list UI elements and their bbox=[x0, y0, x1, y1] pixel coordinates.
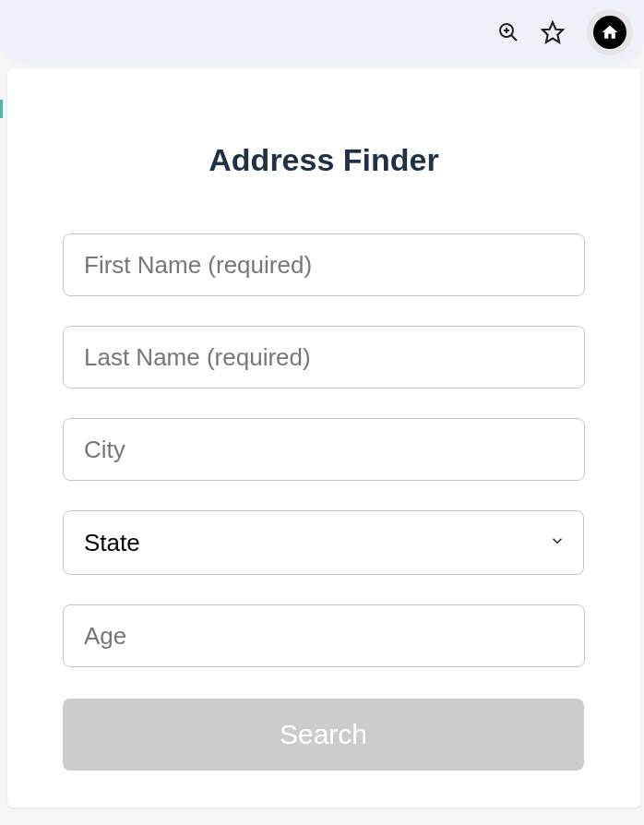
content-panel: Address Finder State Search bbox=[7, 68, 640, 807]
state-select[interactable]: State bbox=[63, 510, 584, 575]
home-icon bbox=[593, 16, 626, 49]
city-input[interactable] bbox=[63, 418, 585, 481]
last-name-input[interactable] bbox=[63, 326, 585, 389]
svg-line-1 bbox=[511, 35, 517, 41]
search-button[interactable]: Search bbox=[63, 699, 584, 771]
home-button[interactable] bbox=[587, 9, 633, 55]
page-title: Address Finder bbox=[63, 142, 585, 178]
first-name-input[interactable] bbox=[63, 233, 585, 296]
state-select-wrapper: State bbox=[63, 510, 584, 575]
accent-stripe bbox=[0, 100, 3, 118]
browser-toolbar-actions bbox=[496, 20, 565, 44]
browser-toolbar bbox=[0, 0, 644, 65]
zoom-in-icon[interactable] bbox=[496, 20, 520, 44]
svg-marker-4 bbox=[543, 22, 563, 42]
age-input[interactable] bbox=[63, 604, 585, 667]
star-icon[interactable] bbox=[541, 20, 565, 44]
